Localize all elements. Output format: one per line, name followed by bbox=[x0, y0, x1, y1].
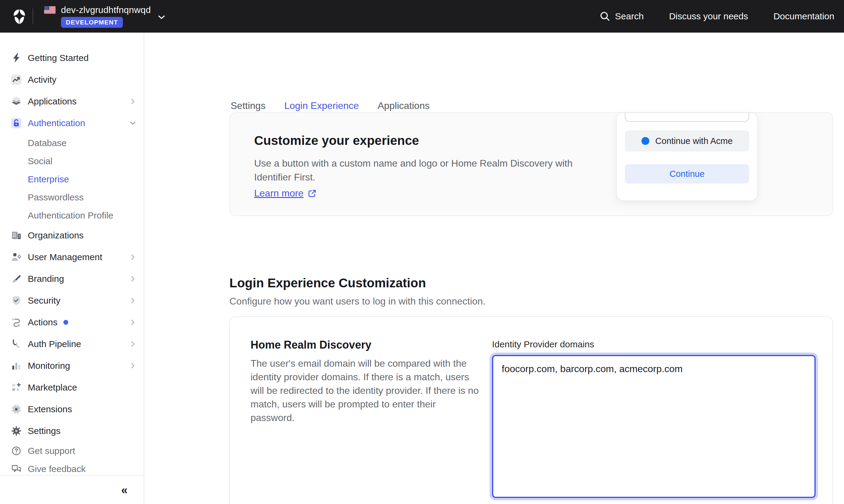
sidebar-item-branding[interactable]: Branding bbox=[0, 268, 144, 290]
learn-more-link[interactable]: Learn more bbox=[254, 188, 316, 199]
chevron-right-icon bbox=[129, 362, 137, 370]
layers-icon bbox=[10, 95, 22, 107]
sidebar-item-marketplace[interactable]: Marketplace bbox=[0, 377, 144, 398]
extension-chip-icon bbox=[10, 403, 22, 415]
hrd-title: Home Realm Discovery bbox=[251, 339, 371, 351]
activity-chart-icon bbox=[10, 74, 22, 86]
search-button[interactable]: Search bbox=[600, 11, 644, 21]
chevron-right-icon bbox=[129, 319, 137, 326]
header-actions: Search Discuss your needs Documentation bbox=[600, 11, 844, 21]
external-link-icon bbox=[308, 189, 316, 198]
sidebar-item-database[interactable]: Database bbox=[0, 134, 144, 152]
environment-badge: DEVELOPMENT bbox=[61, 17, 123, 28]
brand-area: dev-zlvgrudhtfnqnwqd DEVELOPMENT bbox=[0, 0, 167, 33]
sidebar-footer: « bbox=[0, 475, 144, 504]
sidebar-item-applications[interactable]: Applications bbox=[0, 91, 144, 112]
header-divider bbox=[33, 8, 33, 24]
sidebar-item-settings[interactable]: Settings bbox=[0, 420, 144, 442]
page-section-subtitle: Configure how you want users to log in w… bbox=[229, 296, 485, 307]
hrd-description: The user's email domain will be compared… bbox=[251, 357, 480, 425]
auth0-logo[interactable] bbox=[7, 0, 31, 33]
sidebar-item-actions[interactable]: Actions bbox=[0, 311, 144, 333]
sidebar-item-passwordless[interactable]: Passwordless bbox=[0, 188, 144, 206]
chevron-right-icon bbox=[129, 98, 137, 105]
top-header: dev-zlvgrudhtfnqnwqd DEVELOPMENT Search … bbox=[0, 0, 844, 33]
shield-check-icon bbox=[10, 294, 22, 307]
marketplace-icon bbox=[10, 381, 22, 394]
lock-icon bbox=[10, 117, 22, 129]
feedback-bubbles-icon bbox=[10, 463, 22, 475]
sidebar-item-security[interactable]: Security bbox=[0, 290, 144, 311]
sidebar: Getting Started Activity Applications bbox=[0, 33, 144, 504]
sidebar-item-organizations[interactable]: Organizations bbox=[0, 224, 144, 246]
chevron-right-icon bbox=[129, 297, 137, 304]
auth0-dashboard: dev-zlvgrudhtfnqnwqd DEVELOPMENT Search … bbox=[0, 0, 844, 504]
continue-button[interactable]: Continue bbox=[625, 164, 749, 183]
notification-dot bbox=[64, 320, 68, 325]
tenant-name: dev-zlvgrudhtfnqnwqd bbox=[61, 5, 151, 15]
chevron-down-icon bbox=[129, 120, 137, 127]
sidebar-item-authentication[interactable]: Authentication bbox=[0, 112, 144, 134]
gear-icon bbox=[10, 425, 22, 437]
sidebar-item-social[interactable]: Social bbox=[0, 152, 144, 170]
paintbrush-icon bbox=[10, 273, 22, 285]
sidebar-item-activity[interactable]: Activity bbox=[0, 69, 144, 91]
acme-logo-icon bbox=[642, 137, 649, 145]
banner-description: Use a button with a custom name and logo… bbox=[254, 156, 583, 184]
lightning-icon bbox=[10, 52, 22, 64]
pipeline-icon bbox=[10, 338, 22, 350]
documentation-link[interactable]: Documentation bbox=[773, 11, 834, 21]
main-content: Settings Login Experience Applications C… bbox=[144, 33, 844, 504]
tenant-switcher[interactable]: dev-zlvgrudhtfnqnwqd DEVELOPMENT bbox=[39, 1, 167, 31]
customize-banner-card: Customize your experience Use a button w… bbox=[229, 112, 833, 216]
sidebar-item-authentication-profile[interactable]: Authentication Profile bbox=[0, 206, 144, 224]
identity-provider-domains-textarea[interactable]: foocorp.com, barcorp.com, acmecorp.com bbox=[492, 355, 815, 498]
actions-flow-icon bbox=[10, 316, 22, 328]
search-label: Search bbox=[615, 11, 644, 21]
bar-chart-icon bbox=[10, 360, 22, 372]
sidebar-item-enterprise[interactable]: Enterprise bbox=[0, 170, 144, 188]
chevron-right-icon bbox=[129, 253, 137, 261]
sidebar-item-monitoring[interactable]: Monitoring bbox=[0, 355, 144, 377]
search-icon bbox=[600, 11, 610, 21]
continue-with-acme-button[interactable]: Continue with Acme bbox=[625, 130, 749, 151]
sidebar-item-label: Getting Started bbox=[28, 53, 89, 63]
chevron-right-icon bbox=[129, 340, 137, 348]
discuss-your-needs-link[interactable]: Discuss your needs bbox=[669, 11, 748, 21]
banner-title: Customize your experience bbox=[254, 133, 419, 148]
sidebar-nav: Getting Started Activity Applications bbox=[0, 33, 144, 478]
sidebar-item-user-management[interactable]: User Management bbox=[0, 246, 144, 268]
preview-email-input[interactable] bbox=[625, 113, 749, 122]
collapse-sidebar-button[interactable]: « bbox=[115, 481, 134, 500]
organization-building-icon bbox=[10, 229, 22, 241]
home-realm-discovery-card: Home Realm Discovery The user's email do… bbox=[229, 316, 833, 504]
login-preview-card: Continue with Acme Continue bbox=[617, 113, 757, 200]
user-gear-icon bbox=[10, 251, 22, 263]
page-section-title: Login Experience Customization bbox=[229, 276, 426, 290]
sidebar-item-getting-started[interactable]: Getting Started bbox=[0, 47, 144, 69]
auth0-logo-icon bbox=[12, 8, 27, 24]
sidebar-item-auth-pipeline[interactable]: Auth Pipeline bbox=[0, 333, 144, 355]
chevron-down-icon bbox=[158, 15, 165, 20]
help-circle-icon bbox=[10, 445, 22, 457]
chevron-right-icon bbox=[129, 275, 137, 283]
identity-provider-domains-label: Identity Provider domains bbox=[492, 339, 594, 349]
sidebar-item-get-support[interactable]: Get support bbox=[0, 442, 144, 460]
us-flag-icon bbox=[44, 6, 56, 14]
sidebar-item-extensions[interactable]: Extensions bbox=[0, 398, 144, 420]
